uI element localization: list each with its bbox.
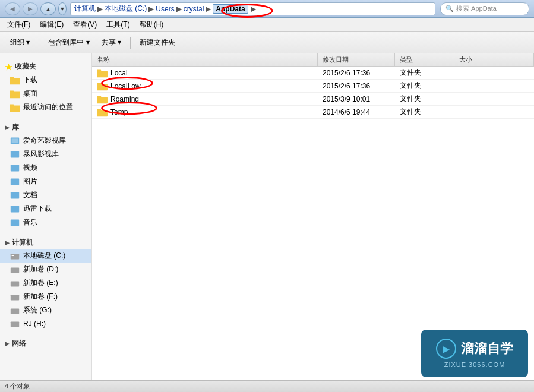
svg-rect-15 — [12, 255, 14, 256]
network-header: ▶ 网络 — [0, 335, 91, 350]
folder-icon-temp — [97, 108, 108, 117]
back-button[interactable]: ◀ — [5, 2, 20, 15]
file-name-roaming: Roaming — [92, 94, 318, 104]
svg-rect-18 — [11, 295, 19, 300]
search-icon: 🔍 — [445, 5, 454, 12]
breadcrumb-sep-4: ▶ — [206, 5, 211, 13]
menu-help[interactable]: 帮助(H) — [135, 18, 169, 31]
table-row[interactable]: Temp 2014/6/6 19:44 文件夹 — [92, 106, 534, 119]
sidebar-item-download[interactable]: 下载 — [0, 73, 91, 87]
sidebar-item-music[interactable]: 音乐 — [0, 216, 91, 229]
svg-rect-1 — [10, 77, 14, 79]
sidebar-item-docs[interactable]: 文档 — [0, 188, 91, 202]
file-date-temp: 2014/6/6 19:44 — [318, 108, 395, 116]
libraries-toggle-icon[interactable]: ▶ — [5, 124, 10, 131]
libraries-header: ▶ 库 — [0, 119, 91, 134]
col-header-name[interactable]: 名称 — [92, 53, 318, 66]
forward-button[interactable]: ▶ — [23, 2, 38, 15]
lib-icon-iqiyi — [10, 136, 20, 146]
menu-view[interactable]: 查看(V) — [68, 18, 102, 31]
sidebar-item-iqiyi[interactable]: 爱奇艺影视库 — [0, 134, 91, 147]
up-button[interactable]: ▲ — [40, 2, 56, 15]
dropdown-button[interactable]: ▼ — [58, 2, 67, 15]
svg-rect-28 — [97, 109, 101, 111]
svg-rect-20 — [11, 321, 19, 327]
recent-label: 最近访问的位置 — [23, 102, 73, 112]
breadcrumb-crystal[interactable]: crystal — [184, 5, 204, 13]
status-bar: 4 个对象 — [0, 380, 534, 392]
sidebar-item-pictures[interactable]: 图片 — [0, 175, 91, 188]
file-type-local: 文件夹 — [395, 68, 454, 78]
breadcrumb-drive[interactable]: 本地磁盘 (C:) — [105, 4, 147, 14]
sidebar-item-video[interactable]: 视频 — [0, 161, 91, 175]
file-name-local: Local — [92, 68, 318, 78]
breadcrumb-appdata[interactable]: AppData — [213, 4, 248, 14]
svg-rect-17 — [11, 281, 19, 286]
file-date-local: 2015/2/6 17:36 — [318, 69, 395, 77]
col-header-size[interactable]: 大小 — [454, 53, 534, 66]
drive-icon-d — [10, 265, 20, 274]
storm-label: 暴风影视库 — [23, 149, 59, 159]
pictures-label: 图片 — [23, 176, 37, 186]
search-box[interactable]: 🔍 搜索 AppData — [440, 2, 529, 15]
docs-label: 文档 — [23, 190, 37, 200]
title-bar: ◀ ▶ ▲ ▼ 计算机 ▶ 本地磁盘 (C:) ▶ Users ▶ crysta… — [0, 0, 534, 18]
include-library-button[interactable]: 包含到库中 ▾ — [43, 35, 94, 50]
lib-icon-video — [10, 163, 20, 173]
sidebar-item-drive-h[interactable]: RJ (H:) — [0, 317, 91, 330]
watermark-top: ▶ 溜溜自学 — [436, 339, 513, 359]
toolbar: 组织 ▾ 包含到库中 ▾ 共享 ▾ 新建文件夹 — [0, 32, 534, 53]
nav-buttons: ◀ ▶ ▲ ▼ — [5, 2, 67, 15]
folder-icon-locallow — [97, 81, 108, 91]
table-row[interactable]: Local 2015/2/6 17:36 文件夹 — [92, 67, 534, 80]
organize-button[interactable]: 组织 ▾ — [5, 35, 35, 50]
computer-toggle-icon[interactable]: ▶ — [5, 239, 10, 246]
toolbar-sep-2 — [130, 37, 131, 49]
file-list-header: 名称 修改日期 类型 大小 — [92, 53, 534, 67]
lib-icon-docs — [10, 191, 20, 200]
table-row[interactable]: LocalLow 2015/2/6 17:36 文件夹 — [92, 80, 534, 93]
svg-rect-10 — [11, 178, 19, 185]
share-button[interactable]: 共享 ▾ — [96, 35, 127, 50]
col-header-type[interactable]: 类型 — [395, 53, 454, 66]
file-date-roaming: 2015/3/9 10:01 — [318, 95, 395, 103]
music-label: 音乐 — [23, 217, 37, 227]
favorites-star-icon: ★ — [5, 62, 12, 72]
svg-rect-19 — [11, 308, 19, 314]
sidebar-item-storm[interactable]: 暴风影视库 — [0, 147, 91, 161]
sidebar-item-drive-g[interactable]: 系统 (G:) — [0, 304, 91, 317]
breadcrumb-end-arrow: ▶ — [251, 5, 256, 13]
svg-rect-22 — [97, 69, 101, 72]
new-folder-button[interactable]: 新建文件夹 — [134, 35, 181, 50]
watermark: ▶ 溜溜自学 ZIXUE.3066.COM — [421, 330, 528, 377]
folder-icon-local — [97, 68, 108, 78]
menu-tools[interactable]: 工具(T) — [102, 18, 134, 31]
sidebar-item-drive-d[interactable]: 新加卷 (D:) — [0, 263, 91, 276]
table-row[interactable]: Roaming 2015/3/9 10:01 文件夹 — [92, 93, 534, 106]
breadcrumb-users[interactable]: Users — [156, 5, 174, 13]
drive-icon-h — [10, 319, 20, 328]
drive-icon-f — [10, 292, 20, 302]
file-type-temp: 文件夹 — [395, 107, 454, 117]
lib-icon-thunder — [10, 204, 20, 214]
favorites-label: 收藏夹 — [15, 62, 36, 72]
svg-rect-16 — [11, 267, 19, 273]
sidebar-item-thunder[interactable]: 迅雷下载 — [0, 202, 91, 216]
lib-icon-music — [10, 218, 20, 227]
menu-bar: 文件(F) 编辑(E) 查看(V) 工具(T) 帮助(H) — [0, 18, 534, 32]
sidebar-item-drive-f[interactable]: 新加卷 (F:) — [0, 290, 91, 304]
menu-edit[interactable]: 编辑(E) — [35, 18, 68, 31]
network-toggle-icon[interactable]: ▶ — [5, 340, 10, 347]
video-label: 视频 — [23, 163, 37, 173]
network-label: 网络 — [12, 339, 26, 349]
col-header-date[interactable]: 修改日期 — [318, 53, 395, 66]
sidebar-item-drive-c[interactable]: 本地磁盘 (C:) — [0, 249, 91, 263]
menu-file[interactable]: 文件(F) — [2, 18, 35, 31]
sidebar-item-drive-e[interactable]: 新加卷 (E:) — [0, 276, 91, 290]
drive-c-label: 本地磁盘 (C:) — [23, 251, 65, 261]
download-label: 下载 — [23, 75, 37, 85]
sidebar-item-desktop[interactable]: 桌面 — [0, 87, 91, 100]
breadcrumb-computer[interactable]: 计算机 — [74, 4, 96, 14]
lib-icon-storm — [10, 150, 20, 159]
sidebar-item-recent[interactable]: 最近访问的位置 — [0, 100, 91, 114]
